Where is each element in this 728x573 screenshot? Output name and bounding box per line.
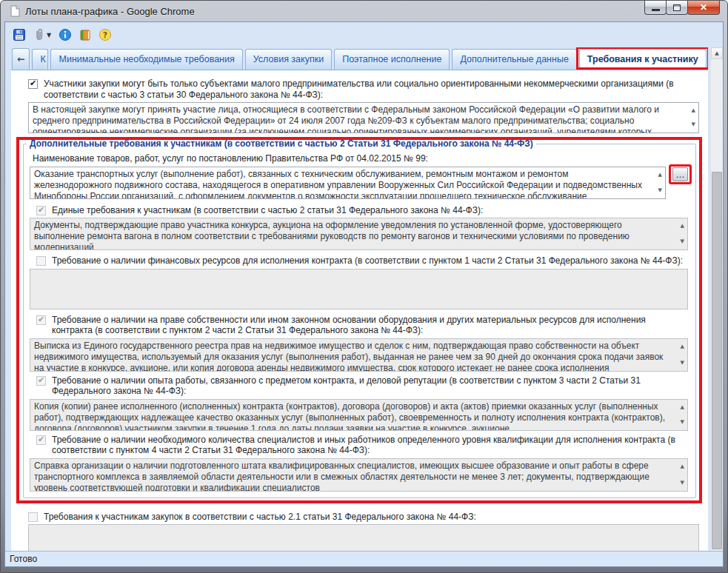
name-lookup-button[interactable]: … bbox=[672, 167, 688, 181]
tab-participant-requirements[interactable]: Требования к участнику bbox=[579, 49, 707, 70]
save-button[interactable] bbox=[13, 28, 26, 41]
tab-partial[interactable]: К bbox=[32, 49, 48, 70]
scroll-down-icon[interactable]: ▼ bbox=[692, 119, 695, 130]
tab-staged-execution[interactable]: Поэтапное исполнение bbox=[334, 49, 450, 70]
scroll-down-icon[interactable]: ▼ bbox=[681, 236, 684, 247]
specialists-checkbox[interactable] bbox=[36, 435, 46, 445]
journal-icon bbox=[79, 29, 91, 41]
scroll-down-icon[interactable]: ▼ bbox=[658, 185, 662, 196]
scroll-down-icon[interactable]: ▼ bbox=[681, 478, 684, 489]
financial-resources-label: Требование о наличии финансовых ресурсов… bbox=[52, 255, 683, 267]
scroll-down-icon[interactable]: ▼ bbox=[681, 417, 684, 428]
window-title: Лоты плана-графика - Google Chrome bbox=[25, 6, 195, 17]
info-button[interactable] bbox=[59, 28, 72, 41]
save-icon bbox=[13, 28, 26, 41]
equipment-checkbox[interactable] bbox=[36, 315, 46, 325]
tab-page-content: Участники закупки могут быть только субъ… bbox=[11, 70, 708, 551]
financial-resources-checkbox[interactable] bbox=[36, 256, 46, 266]
experience-checkbox[interactable] bbox=[36, 376, 46, 386]
scroll-down-icon[interactable]: ▼ bbox=[681, 358, 684, 369]
scroll-up-icon[interactable]: ▲ bbox=[692, 105, 695, 116]
additional-requirements-groupbox: Дополнительные требования к участникам (… bbox=[23, 144, 696, 498]
scroll-up-icon[interactable]: ▲ bbox=[681, 402, 684, 413]
name-textarea[interactable]: Оказание транспортных услуг (выполнение … bbox=[30, 167, 666, 199]
svg-text:?: ? bbox=[103, 30, 107, 40]
financial-resources-textarea[interactable] bbox=[30, 269, 688, 309]
arrow-up-icon: ▲ bbox=[715, 50, 718, 56]
attach-dropdown-arrow-icon[interactable]: ▼ bbox=[47, 32, 51, 38]
scrollbar-thumb[interactable] bbox=[712, 172, 722, 549]
unified-requirements-label: Единые требования к участникам (в соотве… bbox=[52, 205, 483, 216]
scroll-up-icon[interactable]: ▲ bbox=[681, 461, 684, 472]
sme-label: Участники закупки могут быть только субъ… bbox=[44, 78, 701, 100]
equipment-textarea[interactable]: Выписка из Единого государственного реес… bbox=[30, 338, 688, 372]
scroll-up-icon[interactable]: ▲ bbox=[681, 341, 684, 352]
title-bar: Лоты плана-графика - Google Chrome ✕ bbox=[4, 1, 724, 21]
part21-textarea[interactable] bbox=[28, 524, 699, 551]
scrollbar-up-button[interactable]: ▲ bbox=[711, 47, 723, 59]
specialists-label: Требование о наличии необходимого количе… bbox=[52, 435, 688, 456]
unified-requirements-checkbox[interactable] bbox=[36, 206, 46, 215]
arrow-left-icon: ← bbox=[17, 53, 24, 64]
tab-minimum-requirements[interactable]: Минимальные необходимые требования bbox=[50, 49, 242, 70]
status-bar: Готово bbox=[5, 551, 723, 566]
help-button[interactable]: ? bbox=[98, 28, 112, 41]
sme-textarea[interactable]: В настоящей закупке могут принять участи… bbox=[28, 102, 699, 133]
app-window: Лоты плана-графика - Google Chrome ✕ bbox=[0, 0, 728, 573]
equipment-label: Требование о наличии на праве собственно… bbox=[52, 315, 688, 336]
experience-label: Требование о наличии опыта работы, связа… bbox=[52, 375, 688, 397]
document-icon bbox=[10, 5, 21, 17]
vertical-scrollbar[interactable]: ▲ bbox=[710, 47, 723, 551]
tab-additional-data[interactable]: Дополнительные данные bbox=[452, 49, 576, 70]
name-label: Наименование товаров, работ, услуг по по… bbox=[33, 153, 428, 164]
tab-purchase-conditions[interactable]: Условия закупки bbox=[245, 49, 332, 70]
info-icon bbox=[59, 28, 72, 41]
close-icon: ✕ bbox=[700, 2, 707, 13]
part21-label: Требования к участникам закупок в соотве… bbox=[44, 512, 476, 523]
tabs-scroll-left-button[interactable]: ← bbox=[12, 48, 30, 70]
groupbox-legend: Дополнительные требования к участникам (… bbox=[27, 138, 536, 149]
scroll-up-icon[interactable]: ▲ bbox=[658, 170, 662, 181]
experience-textarea[interactable]: Копия (копии) ранее исполненного (исполн… bbox=[30, 399, 688, 431]
minimize-button[interactable] bbox=[644, 1, 667, 15]
attach-button[interactable]: ▼ bbox=[33, 28, 51, 41]
paperclip-icon bbox=[33, 28, 45, 41]
scroll-up-icon[interactable]: ▲ bbox=[681, 221, 684, 232]
minimize-icon bbox=[652, 9, 660, 11]
unified-requirements-textarea[interactable]: Документы, подтверждающие право участник… bbox=[30, 218, 688, 250]
sme-checkbox[interactable] bbox=[28, 79, 38, 89]
restore-button[interactable] bbox=[666, 1, 688, 15]
part21-checkbox[interactable] bbox=[28, 512, 38, 522]
journal-button[interactable] bbox=[79, 29, 91, 41]
status-text: Готово bbox=[10, 554, 37, 564]
tab-strip: ← К Минимальные необходимые требования У… bbox=[11, 47, 708, 70]
restore-icon bbox=[673, 4, 681, 11]
toolbar: ▼ ? bbox=[5, 22, 723, 47]
close-button[interactable]: ✕ bbox=[687, 1, 720, 15]
specialists-textarea[interactable]: Справка организации о наличии подготовле… bbox=[30, 458, 688, 492]
help-icon: ? bbox=[98, 28, 112, 41]
